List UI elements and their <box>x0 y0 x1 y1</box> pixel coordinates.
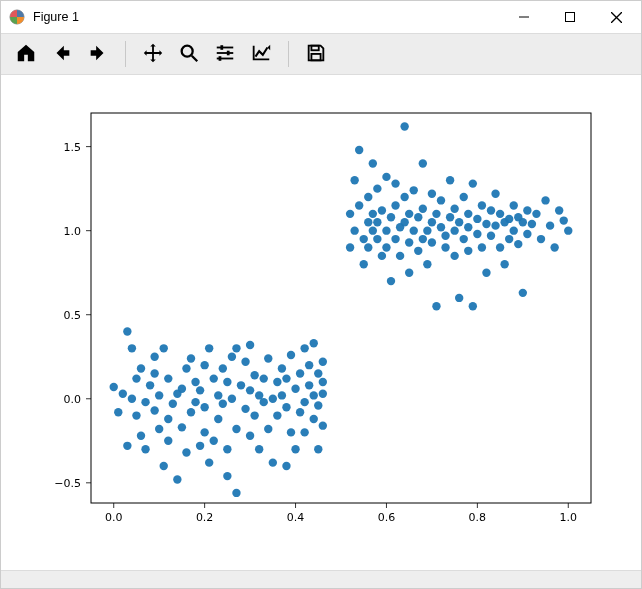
svg-point-234 <box>546 221 554 229</box>
svg-point-115 <box>296 369 304 377</box>
svg-point-94 <box>250 411 258 419</box>
svg-point-125 <box>314 401 322 409</box>
svg-text:1.5: 1.5 <box>64 140 82 153</box>
svg-line-6 <box>192 55 198 61</box>
svg-point-228 <box>523 206 531 214</box>
svg-point-82 <box>223 377 231 385</box>
svg-point-200 <box>460 192 468 200</box>
svg-point-88 <box>237 381 245 389</box>
svg-point-220 <box>505 214 513 222</box>
svg-point-67 <box>191 397 199 405</box>
magnify-icon <box>178 42 200 67</box>
svg-point-146 <box>360 234 368 242</box>
svg-point-81 <box>223 445 231 453</box>
svg-point-110 <box>282 402 290 410</box>
close-button[interactable] <box>593 1 639 33</box>
plot-canvas-area[interactable]: 0.00.20.40.60.81.0−0.50.00.51.01.5 <box>1 75 641 570</box>
svg-point-174 <box>410 226 418 234</box>
svg-point-89 <box>241 404 249 412</box>
svg-point-131 <box>319 377 327 385</box>
svg-point-160 <box>382 243 390 251</box>
svg-point-156 <box>378 251 386 259</box>
svg-point-114 <box>291 445 299 453</box>
svg-point-145 <box>360 260 368 268</box>
svg-point-117 <box>300 344 308 352</box>
svg-point-102 <box>269 394 277 402</box>
svg-point-123 <box>310 391 318 399</box>
svg-point-95 <box>250 371 258 379</box>
svg-point-157 <box>378 206 386 214</box>
svg-point-137 <box>196 441 204 449</box>
svg-point-128 <box>319 421 327 429</box>
pan-button[interactable] <box>138 39 168 69</box>
svg-point-46 <box>132 374 140 382</box>
svg-rect-14 <box>311 45 318 50</box>
maximize-button[interactable] <box>547 1 593 33</box>
svg-point-144 <box>355 145 363 153</box>
svg-text:−0.5: −0.5 <box>54 476 81 489</box>
svg-point-217 <box>496 209 504 217</box>
svg-point-44 <box>128 344 136 352</box>
svg-point-172 <box>405 209 413 217</box>
svg-point-199 <box>460 234 468 242</box>
svg-point-134 <box>150 369 158 377</box>
svg-point-177 <box>414 213 422 221</box>
svg-point-65 <box>187 408 195 416</box>
svg-point-148 <box>364 192 372 200</box>
svg-rect-8 <box>220 45 223 50</box>
svg-point-5 <box>182 45 193 56</box>
svg-point-139 <box>346 209 354 217</box>
svg-point-188 <box>437 223 445 231</box>
forward-button[interactable] <box>83 39 113 69</box>
svg-point-230 <box>528 219 536 227</box>
svg-point-130 <box>319 357 327 365</box>
svg-point-87 <box>232 488 240 496</box>
svg-point-153 <box>373 234 381 242</box>
configure-subplots-button[interactable] <box>210 39 240 69</box>
svg-point-231 <box>532 209 540 217</box>
svg-point-68 <box>191 377 199 385</box>
svg-text:0.0: 0.0 <box>105 511 123 524</box>
svg-point-238 <box>564 226 572 234</box>
save-button[interactable] <box>301 39 331 69</box>
svg-point-122 <box>310 414 318 422</box>
svg-point-185 <box>428 189 436 197</box>
save-icon <box>305 42 327 67</box>
svg-point-170 <box>400 122 408 130</box>
svg-point-133 <box>137 431 145 439</box>
svg-point-69 <box>196 386 204 394</box>
minimize-button[interactable] <box>501 1 547 33</box>
svg-point-93 <box>246 340 254 348</box>
svg-point-132 <box>128 394 136 402</box>
svg-point-182 <box>423 260 431 268</box>
svg-point-226 <box>519 288 527 296</box>
move-icon <box>142 42 164 67</box>
svg-point-232 <box>537 234 545 242</box>
svg-point-61 <box>178 423 186 431</box>
svg-point-85 <box>232 424 240 432</box>
home-button[interactable] <box>11 39 41 69</box>
svg-point-198 <box>455 218 463 226</box>
svg-point-127 <box>314 445 322 453</box>
svg-point-83 <box>228 394 236 402</box>
sliders-icon <box>214 42 236 67</box>
edit-axes-button[interactable] <box>246 39 276 69</box>
svg-point-219 <box>500 260 508 268</box>
svg-point-212 <box>487 206 495 214</box>
svg-point-92 <box>246 386 254 394</box>
svg-text:1.0: 1.0 <box>560 511 578 524</box>
svg-point-113 <box>291 384 299 392</box>
back-button[interactable] <box>47 39 77 69</box>
svg-point-112 <box>287 428 295 436</box>
svg-point-143 <box>355 201 363 209</box>
chart-line-icon <box>250 42 272 67</box>
svg-point-152 <box>369 209 377 217</box>
svg-point-184 <box>428 238 436 246</box>
svg-point-191 <box>441 231 449 239</box>
svg-point-192 <box>446 213 454 221</box>
zoom-button[interactable] <box>174 39 204 69</box>
svg-point-142 <box>350 226 358 234</box>
svg-point-149 <box>364 243 372 251</box>
svg-text:0.0: 0.0 <box>64 392 82 405</box>
svg-point-138 <box>223 471 231 479</box>
